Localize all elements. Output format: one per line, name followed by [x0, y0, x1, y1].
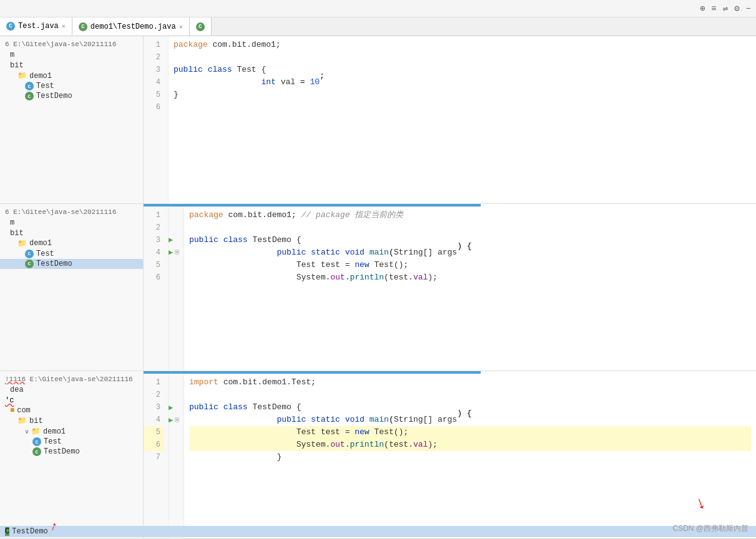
- sidebar-selected-bottom[interactable]: C TestDemo ↑: [0, 526, 144, 537]
- gutter-3-7: [169, 451, 184, 464]
- sidebar-3-test[interactable]: C Test: [0, 437, 143, 447]
- folder-icon-demo1-3: 📁: [31, 427, 41, 436]
- tab-close-test[interactable]: ✕: [62, 22, 66, 30]
- code-line-3-2: [189, 389, 751, 401]
- minimize-icon[interactable]: −: [746, 4, 751, 14]
- list-icon[interactable]: ≡: [711, 4, 716, 14]
- sidebar-3-com[interactable]: ■ com: [0, 405, 143, 415]
- folder-icon-demo1: 📁: [17, 71, 27, 80]
- class-icon-test-3: C: [32, 437, 41, 446]
- line-numbers-2: 1 2 3 4 5 6: [144, 206, 169, 371]
- ln-1-3: 3: [144, 64, 164, 76]
- demo1-label: demo1: [29, 72, 52, 80]
- tab-close-testdemo[interactable]: ✕: [179, 23, 183, 31]
- semi-3: );: [428, 439, 438, 451]
- comment-2-1: // package 指定当前的类: [301, 209, 403, 221]
- type-int-1: int: [261, 76, 275, 89]
- sidebar-2-testdemo[interactable]: C TestDemo: [0, 259, 143, 269]
- ln-1-5: 5: [144, 89, 164, 101]
- sidebar-2-bit[interactable]: bit: [0, 228, 143, 238]
- sidebar-1: 6 E:\Gitee\java-se\20211116 m bit 📁 demo…: [0, 36, 144, 203]
- testdemo-label-3: TestDemo: [44, 447, 80, 456]
- gutter-2-5: [169, 259, 184, 271]
- param-2: String[] args: [394, 246, 457, 259]
- main-container: ⊕ ≡ ⇌ ⚙ − C Test.java ✕ C demo1\TestDemo…: [0, 0, 756, 539]
- val-name-1: val: [281, 76, 295, 89]
- code-line-2-6: System.out.println(test.val);: [189, 271, 751, 284]
- out-3: out: [330, 439, 345, 451]
- val-2: val: [413, 271, 428, 284]
- import-name-3: com.bit.demo1.Test;: [223, 376, 316, 389]
- code-content-3: 1 2 3 4 5 6 7 ▶ ▶⛨: [144, 374, 756, 538]
- folder-icon-bit-3: 📁: [17, 416, 27, 425]
- class-icon-selected-bottom: C: [5, 527, 9, 536]
- test-label-3: Test: [44, 437, 62, 446]
- sidebar-3-c[interactable]: 'c: [0, 396, 143, 405]
- system-3: System.: [297, 439, 331, 451]
- ln-3-4: 4: [144, 414, 164, 426]
- sidebar-2-path: 6 E:\Gitee\java-se\20211116: [0, 207, 143, 217]
- sidebar-1-path: 6 E:\Gitee\java-se\20211116: [0, 39, 143, 49]
- ln-2-1: 1: [144, 209, 164, 221]
- panel-3: !1116 E:\Gitee\java-se\20211116 dea 'c ■…: [0, 371, 756, 539]
- kw-new-3: new: [355, 426, 369, 439]
- num-10-1: 10: [310, 76, 320, 89]
- sidebar-1-testdemo[interactable]: C TestDemo: [0, 91, 143, 101]
- method-main-3: main: [370, 414, 389, 426]
- class-icon-testdemo-3: C: [32, 447, 41, 456]
- line-numbers-3: 1 2 3 4 5 6 7: [144, 374, 169, 538]
- path-squiggle: !1116: [5, 376, 26, 383]
- class-icon-test-2: C: [25, 250, 34, 258]
- val-3: val: [413, 439, 428, 451]
- sidebar-3-bit[interactable]: 📁 bit: [0, 415, 143, 426]
- sidebar-1-demo1[interactable]: 📁 demo1: [0, 70, 143, 81]
- bit-label-2: bit: [10, 229, 24, 238]
- settings-icon[interactable]: ⚙: [734, 3, 739, 14]
- code-line-1-4: int val = 10;: [174, 76, 751, 89]
- code-area-1: 1 2 3 4 5 6 package com.bit.demo1; pub: [144, 36, 756, 203]
- demo1-label-3: demo1: [43, 427, 66, 436]
- testdemo-label-2: TestDemo: [36, 260, 72, 268]
- kw-static-2-4: static: [311, 246, 340, 259]
- code-line-1-1: package com.bit.demo1;: [174, 39, 751, 51]
- code-content-1: 1 2 3 4 5 6 package com.bit.demo1; pub: [144, 36, 756, 203]
- swap-icon[interactable]: ⇌: [723, 3, 728, 14]
- gutter-3-2: [169, 389, 184, 401]
- kw-import-3: import: [189, 376, 218, 389]
- class-icon-testdemo: C: [25, 92, 34, 100]
- println-2: .: [345, 271, 350, 284]
- gutter-3-3: ▶: [169, 401, 184, 414]
- sidebar-2-test[interactable]: C Test: [0, 249, 143, 259]
- tab-icon-extra: C: [196, 22, 205, 31]
- code-line-3-7: }: [189, 451, 751, 464]
- system-2: System.: [297, 271, 331, 284]
- sidebar-1-bit[interactable]: bit: [0, 61, 143, 70]
- ln-3-2: 2: [144, 389, 164, 401]
- tab-testdemo-java[interactable]: C demo1\TestDemo.java ✕: [72, 17, 190, 36]
- code-line-1-2: [174, 51, 751, 64]
- code-content-2: 1 2 3 4 5 6 ▶ ▶⛨: [144, 206, 756, 371]
- add-icon[interactable]: ⊕: [700, 3, 705, 14]
- toolbar: ⊕ ≡ ⇌ ⚙ −: [0, 0, 756, 17]
- args-3: (test.: [384, 439, 413, 451]
- sidebar-1-test[interactable]: C Test: [0, 81, 143, 91]
- sidebar-3-testdemo[interactable]: C TestDemo: [0, 447, 143, 457]
- kw-package-2: package: [189, 209, 223, 221]
- ln-3-7: 7: [144, 451, 164, 464]
- code-line-2-1: package com.bit.demo1; // package 指定当前的类: [189, 209, 751, 221]
- gutter-2-4: ▶⛨: [169, 246, 184, 259]
- sidebar-2-demo1[interactable]: 📁 demo1: [0, 238, 143, 249]
- tab-test-java[interactable]: C Test.java ✕: [0, 17, 72, 36]
- println-3: .: [345, 439, 350, 451]
- class-icon-testdemo-2: C: [25, 260, 34, 268]
- code-area-3: 1 2 3 4 5 6 7 ▶ ▶⛨: [144, 371, 756, 538]
- sidebar-3-demo1[interactable]: ∨ 📁 demo1: [0, 426, 143, 437]
- sidebar-3: !1116 E:\Gitee\java-se\20211116 dea 'c ■…: [0, 371, 144, 538]
- ln-1-1: 1: [144, 39, 164, 51]
- args-2: (test.: [384, 271, 413, 284]
- ln-2-2: 2: [144, 221, 164, 234]
- tab-extra[interactable]: C: [190, 17, 212, 36]
- panels-container: 6 E:\Gitee\java-se\20211116 m bit 📁 demo…: [0, 36, 756, 539]
- kw-new-2: new: [355, 259, 369, 271]
- semi-2: );: [428, 271, 438, 284]
